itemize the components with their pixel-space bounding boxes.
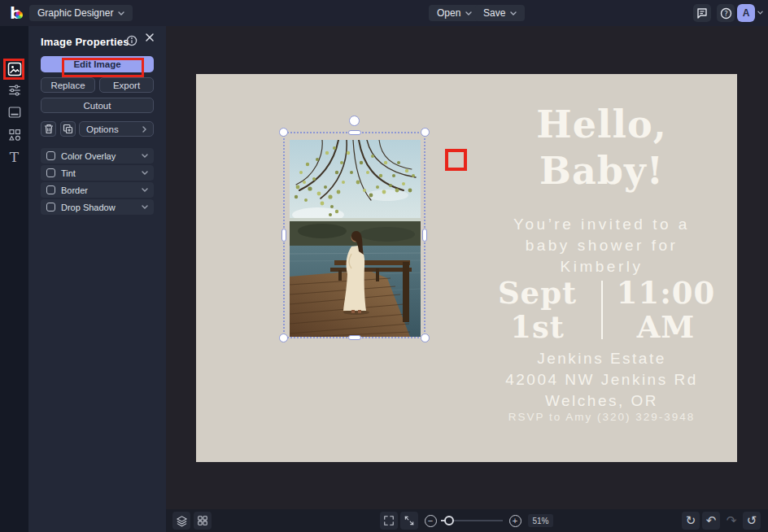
- zoom-out-button[interactable]: −: [421, 512, 439, 530]
- card-invite-text[interactable]: You’re invited to a baby shower for Kimb…: [466, 214, 737, 277]
- zoom-slider-knob[interactable]: [444, 516, 454, 525]
- panel-title: Image Properties: [41, 36, 129, 48]
- rail-item-adjustments[interactable]: [0, 80, 28, 101]
- app-window: b Graphic Designer Open Save ? A: [0, 0, 768, 532]
- befunky-logo[interactable]: b: [10, 3, 26, 23]
- feedback-chat-button[interactable]: [693, 4, 711, 22]
- checkbox[interactable]: [46, 203, 55, 211]
- toggle-label: Color Overlay: [61, 151, 136, 161]
- card-address[interactable]: Jenkins Estate 42004 NW Jenkins Rd Welch…: [466, 348, 737, 412]
- question-mark-icon: ?: [720, 7, 732, 20]
- layers-button[interactable]: [172, 512, 190, 530]
- toggle-border[interactable]: Border: [41, 182, 154, 198]
- resize-handle-top-left[interactable]: [279, 128, 288, 137]
- save-button[interactable]: Save: [475, 5, 525, 21]
- color-wheel-icon: [15, 11, 23, 19]
- resize-handle-left[interactable]: [281, 229, 286, 242]
- fit-to-screen-button[interactable]: [400, 512, 418, 530]
- card-datetime[interactable]: Sept 1st 11:00 AM: [466, 276, 737, 344]
- chevron-down-icon: [142, 171, 148, 175]
- toggle-label: Tint: [61, 168, 136, 178]
- replace-label: Replace: [50, 81, 85, 90]
- toggle-color-overlay[interactable]: Color Overlay: [41, 148, 154, 164]
- address-line: 42004 NW Jenkins Rd: [466, 369, 737, 390]
- time-line: AM: [614, 310, 718, 344]
- resize-handle-top-right[interactable]: [421, 128, 430, 137]
- image-properties-panel: Image Properties Edit Image Replace Expo…: [28, 26, 166, 532]
- card-rsvp[interactable]: RSVP to Amy (320) 329-3948: [466, 411, 737, 423]
- product-menu-label: Graphic Designer: [37, 7, 113, 19]
- chevron-down-icon: [142, 188, 148, 192]
- product-menu-button[interactable]: Graphic Designer: [29, 5, 133, 21]
- rail-item-frames[interactable]: [0, 102, 28, 123]
- resize-handle-bottom[interactable]: [348, 335, 361, 340]
- zoom-level-badge: 51%: [528, 514, 553, 527]
- options-button[interactable]: Options: [79, 121, 154, 137]
- rail-item-text[interactable]: T: [0, 146, 28, 168]
- datetime-divider: [601, 281, 603, 339]
- close-panel-button[interactable]: [145, 33, 155, 42]
- refresh-icon: ↻: [686, 515, 696, 527]
- redo-icon: ↷: [727, 515, 737, 527]
- checkbox[interactable]: [46, 185, 55, 194]
- replace-button[interactable]: Replace: [41, 77, 95, 93]
- checkbox[interactable]: [46, 151, 55, 160]
- toggle-drop-shadow[interactable]: Drop Shadow: [41, 199, 154, 215]
- info-button[interactable]: [126, 35, 137, 46]
- card-date: Sept 1st: [486, 276, 590, 344]
- edit-image-label: Edit Image: [73, 59, 120, 69]
- rail-item-graphics[interactable]: [0, 124, 28, 146]
- save-label: Save: [483, 7, 505, 19]
- card-title-line: Baby!: [466, 148, 737, 194]
- duplicate-icon: [63, 124, 73, 134]
- account-chevron-down-icon[interactable]: [757, 11, 763, 15]
- rotate-handle[interactable]: [349, 116, 360, 126]
- toggle-tint[interactable]: Tint: [41, 165, 154, 181]
- checkbox[interactable]: [46, 168, 55, 177]
- export-label: Export: [113, 81, 140, 90]
- card-title[interactable]: Hello, Baby!: [466, 102, 737, 194]
- chevron-down-icon: [510, 11, 517, 15]
- sliders-icon: [7, 83, 22, 98]
- resize-handle-top[interactable]: [348, 130, 361, 135]
- cutout-label: Cutout: [84, 101, 111, 111]
- frame-icon: [7, 105, 22, 120]
- account-avatar[interactable]: A: [737, 4, 755, 22]
- history-button[interactable]: ↺: [743, 512, 761, 530]
- help-button[interactable]: ?: [717, 4, 735, 22]
- grid-view-button[interactable]: [194, 512, 212, 530]
- redo-button[interactable]: ↷: [722, 512, 740, 530]
- zoom-in-button[interactable]: +: [506, 512, 524, 530]
- dock-photo-image: [290, 140, 421, 337]
- export-button[interactable]: Export: [99, 77, 154, 93]
- fit-to-screen-icon: [404, 515, 415, 526]
- date-line: Sept: [486, 276, 590, 310]
- address-line: Jenkins Estate: [466, 348, 737, 369]
- invitation-card[interactable]: Hello, Baby! You’re invited to a baby sh…: [196, 74, 737, 462]
- shapes-icon: [7, 128, 22, 142]
- close-icon: [145, 33, 155, 42]
- time-line: 11:00: [614, 276, 718, 310]
- card-time: 11:00 AM: [614, 276, 718, 344]
- options-label: Options: [86, 124, 119, 134]
- edit-image-button[interactable]: Edit Image: [41, 56, 154, 72]
- duplicate-layer-button[interactable]: [60, 121, 76, 137]
- chevron-right-icon: [142, 126, 146, 133]
- photo-layer[interactable]: [290, 140, 421, 337]
- delete-layer-button[interactable]: [41, 121, 56, 137]
- resize-handle-bottom-left[interactable]: [279, 334, 288, 342]
- open-button[interactable]: Open: [429, 5, 480, 21]
- fullscreen-button[interactable]: [380, 512, 398, 530]
- zoom-slider[interactable]: [441, 520, 503, 521]
- resize-handle-bottom-right[interactable]: [421, 334, 430, 342]
- rail-item-image-manager[interactable]: [0, 59, 28, 80]
- text-tool-icon: T: [10, 149, 19, 165]
- undo-button[interactable]: ↶: [702, 512, 720, 530]
- history-icon: ↺: [747, 515, 757, 527]
- refresh-canvas-button[interactable]: ↻: [682, 512, 700, 530]
- svg-text:?: ?: [724, 9, 728, 17]
- resize-handle-right[interactable]: [422, 229, 427, 242]
- chevron-down-icon: [142, 154, 148, 158]
- cutout-button[interactable]: Cutout: [41, 98, 154, 113]
- design-canvas[interactable]: Hello, Baby! You’re invited to a baby sh…: [166, 26, 768, 532]
